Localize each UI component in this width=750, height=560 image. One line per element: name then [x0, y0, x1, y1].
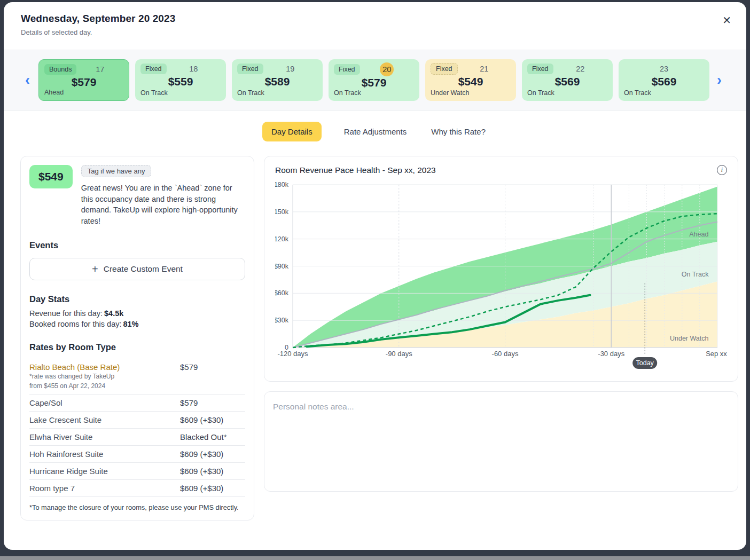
- message-block: Tag if we have any Great news! You are i…: [81, 165, 245, 226]
- day-carousel: ‹ Bounds 17 $579 Ahead Fixed 18 $559 On …: [4, 50, 746, 111]
- card-status: On Track: [140, 89, 221, 97]
- zone-label: On Track: [682, 271, 709, 278]
- card-top: Fixed 20: [334, 63, 414, 76]
- tab-why-this-rate[interactable]: Why this Rate?: [429, 122, 488, 141]
- plus-icon: +: [92, 264, 98, 274]
- card-status: On Track: [334, 89, 414, 97]
- room-name: Hoh Rainforest Suite: [29, 449, 180, 459]
- fixed-badge: Fixed: [431, 63, 458, 75]
- stat-label: Revenue for this day:: [29, 309, 103, 318]
- table-row: Room type 7 $609 (+$30): [29, 480, 245, 497]
- bounds-badge: Bounds: [44, 64, 76, 75]
- modal-content: $549 Tag if we have any Great news! You …: [4, 156, 746, 520]
- x-axis-label: -120 days: [277, 350, 308, 358]
- room-name-block: Rialto Beach (Base Rate) *rate was chang…: [29, 362, 180, 390]
- card-top: Fixed 18: [140, 63, 221, 75]
- pms-footnote: *To manage the closure of your rooms, pl…: [29, 503, 245, 511]
- events-heading: Events: [29, 240, 245, 250]
- day-number: 20: [360, 62, 414, 76]
- modal-title: Wednesday, September 20 2023: [21, 13, 729, 25]
- day-card-19[interactable]: Fixed 19 $589 On Track: [232, 59, 323, 101]
- card-status: Ahead: [44, 89, 123, 96]
- day-cards: Bounds 17 $579 Ahead Fixed 18 $559 On Tr…: [38, 59, 709, 101]
- pace-chart-panel: Room Revenue Pace Health - Sep xx, 2023 …: [264, 156, 738, 382]
- booked-rooms-stat: Booked rooms for this day:81%: [29, 320, 245, 328]
- zone-label: Ahead: [689, 231, 708, 238]
- fixed-badge: Fixed: [527, 64, 553, 74]
- table-row: Lake Crescent Suite $609 (+$30): [29, 412, 245, 429]
- day-number: 18: [167, 65, 221, 73]
- tab-bar: Day Details Rate Adjustments Why this Ra…: [4, 111, 746, 156]
- chevron-right-icon[interactable]: ›: [715, 73, 724, 88]
- room-name: Room type 7: [29, 484, 180, 493]
- create-custom-event-button[interactable]: + Create Custom Event: [29, 258, 245, 280]
- room-rate: $609 (+$30): [180, 484, 245, 493]
- card-price: $549: [431, 75, 511, 88]
- room-rate: $579: [180, 362, 245, 372]
- tab-day-details[interactable]: Day Details: [262, 122, 322, 141]
- y-axis-label: $60k: [275, 289, 289, 297]
- day-card-23[interactable]: 23 $569 On Track: [619, 59, 709, 101]
- backdrop-footer: [0, 556, 750, 560]
- current-day-highlight: 20: [380, 62, 394, 76]
- tag-badge: Tag if we have any: [81, 165, 152, 177]
- chart-header: Room Revenue Pace Health - Sep xx, 2023 …: [275, 165, 727, 175]
- right-column: Room Revenue Pace Health - Sep xx, 2023 …: [264, 156, 738, 520]
- fixed-badge: Fixed: [140, 64, 167, 74]
- modal-subtitle: Details of selected day.: [21, 28, 729, 36]
- table-row: Elwha River Suite Blacked Out*: [29, 429, 245, 446]
- table-row: Hoh Rainforest Suite $609 (+$30): [29, 446, 245, 463]
- today-badge-label: Today: [636, 359, 654, 367]
- card-price: $589: [237, 75, 317, 88]
- y-axis-label: $150k: [275, 208, 289, 216]
- zone-label: Under Watch: [670, 335, 709, 342]
- tab-rate-adjustments[interactable]: Rate Adjustments: [342, 122, 409, 141]
- day-card-22[interactable]: Fixed 22 $569 On Track: [522, 59, 613, 101]
- y-axis-label: $180k: [275, 181, 289, 188]
- day-number: 22: [553, 65, 607, 73]
- chevron-left-icon[interactable]: ‹: [23, 73, 32, 88]
- day-card-17[interactable]: Bounds 17 $579 Ahead: [38, 59, 129, 101]
- x-axis-label: -90 days: [386, 350, 412, 358]
- current-rate-chip: $549: [29, 165, 73, 188]
- rate-change-note: *rate was changed by TakeUp: [29, 372, 180, 381]
- personal-notes-input[interactable]: [264, 391, 738, 492]
- fixed-badge: Fixed: [334, 64, 360, 75]
- table-row: Rialto Beach (Base Rate) *rate was chang…: [29, 359, 245, 395]
- card-price: $559: [140, 75, 221, 88]
- card-price: $569: [624, 75, 704, 88]
- day-number: 19: [263, 65, 317, 73]
- card-top: 23: [624, 63, 704, 75]
- card-price: $579: [334, 76, 414, 89]
- room-name: Elwha River Suite: [29, 432, 180, 441]
- room-name: Hurricane Ridge Suite: [29, 467, 180, 476]
- room-rate: $609 (+$30): [180, 467, 245, 476]
- rates-heading: Rates by Room Type: [29, 342, 245, 352]
- rates-table: Rialto Beach (Base Rate) *rate was chang…: [29, 359, 245, 497]
- table-row: Cape/Sol $579: [29, 395, 245, 412]
- card-top: Fixed 22: [527, 63, 607, 75]
- day-card-20[interactable]: Fixed 20 $579 On Track: [329, 59, 419, 101]
- day-summary-panel: $549 Tag if we have any Great news! You …: [20, 156, 254, 520]
- modal-header: Wednesday, September 20 2023 Details of …: [4, 2, 746, 50]
- info-icon[interactable]: i: [717, 165, 727, 175]
- day-card-21[interactable]: Fixed 21 $549 Under Watch: [425, 59, 516, 101]
- day-number: 23: [624, 65, 704, 73]
- price-row: $549 Tag if we have any Great news! You …: [29, 165, 245, 226]
- y-axis-label: $90k: [275, 263, 289, 270]
- table-row: Hurricane Ridge Suite $609 (+$30): [29, 463, 245, 480]
- stat-value: 81%: [123, 320, 138, 328]
- day-stats-heading: Day Stats: [29, 294, 245, 304]
- chart-title: Room Revenue Pace Health - Sep xx, 2023: [275, 165, 436, 175]
- card-top: Bounds 17: [44, 64, 123, 75]
- stat-value: $4.5k: [104, 309, 123, 318]
- room-name: Cape/Sol: [29, 398, 180, 407]
- y-axis-label: $30k: [275, 317, 289, 324]
- card-top: Fixed 19: [237, 63, 317, 75]
- card-price: $579: [44, 76, 123, 89]
- card-status: On Track: [527, 89, 607, 97]
- room-name: Rialto Beach (Base Rate): [29, 362, 180, 372]
- day-number: 21: [458, 65, 511, 73]
- day-card-18[interactable]: Fixed 18 $559 On Track: [135, 59, 226, 101]
- close-icon[interactable]: ✕: [720, 13, 733, 28]
